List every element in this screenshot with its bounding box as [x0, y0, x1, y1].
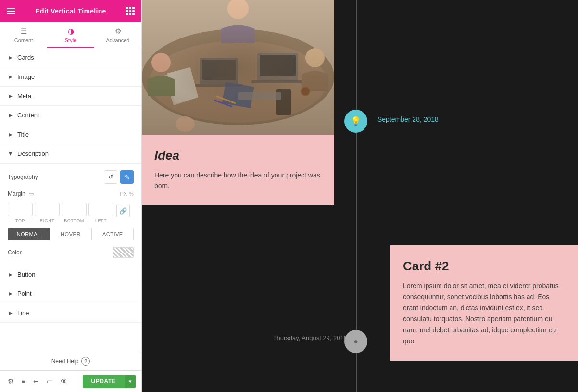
card2: Card #2 Lorem ipsum dolor sit amet, mea …: [390, 245, 578, 361]
sidebar-item-content[interactable]: ▶ Content: [0, 106, 141, 125]
cards-arrow-icon: ▶: [9, 55, 13, 60]
settings-icon[interactable]: ⚙: [6, 376, 16, 387]
state-normal-tab[interactable]: NORMAL: [8, 228, 50, 240]
svg-rect-10: [164, 68, 197, 105]
color-swatch[interactable]: [113, 247, 134, 258]
card1-title: Idea: [154, 148, 322, 163]
preview-icon[interactable]: 👁: [59, 376, 69, 387]
update-toolbar: ⚙ ≡ ↩ ▭ 👁 UPDATE ▾: [0, 370, 141, 392]
image-label: Image: [17, 73, 35, 80]
sidebar-item-point[interactable]: ▶ Point: [0, 284, 141, 303]
top-label: TOP: [8, 218, 33, 223]
state-hover-tab[interactable]: HOVER: [50, 228, 91, 240]
card2-title: Card #2: [403, 259, 565, 274]
sidebar-item-title[interactable]: ▶ Title: [0, 125, 141, 144]
content-arrow-icon: ▶: [9, 113, 13, 118]
update-button[interactable]: UPDATE: [83, 375, 125, 388]
tabs-bar: ☰ Content ◑ Style ⚙ Advanced: [0, 22, 141, 48]
margin-top-input[interactable]: [8, 203, 33, 216]
svg-line-21: [214, 100, 232, 107]
svg-rect-11: [222, 82, 254, 108]
typography-refresh-button[interactable]: ↺: [104, 170, 117, 184]
sidebar-item-button[interactable]: ▶ Button: [0, 265, 141, 284]
image-arrow-icon: ▶: [9, 74, 13, 79]
advanced-tab-icon: ⚙: [115, 27, 121, 36]
date-label1: September 28, 2018: [377, 115, 439, 123]
typography-row: Typography ↺ ✎: [8, 170, 134, 184]
tab-advanced[interactable]: ⚙ Advanced: [94, 22, 141, 48]
tab-style[interactable]: ◑ Style: [47, 22, 94, 48]
cards-label: Cards: [17, 54, 34, 61]
date-label2: Thursday, August 29, 2018: [273, 334, 347, 341]
toolbar-icons: ⚙ ≡ ↩ ▭ 👁: [6, 376, 69, 387]
margin-inputs-wrapper: 🔗: [8, 203, 134, 218]
svg-rect-18: [276, 89, 291, 115]
card1-image: [142, 0, 334, 135]
responsive-icon[interactable]: ▭: [45, 376, 55, 387]
margin-left-input[interactable]: [88, 203, 113, 216]
need-help-label: Need Help: [51, 358, 79, 365]
right-label: RIGHT: [35, 218, 60, 223]
grid-icon[interactable]: [126, 7, 135, 15]
point2-icon: ●: [353, 337, 358, 346]
top-bar: Edit Vertical Timeline: [0, 0, 141, 22]
typography-edit-button[interactable]: ✎: [120, 170, 134, 184]
description-label: Description: [17, 150, 49, 157]
color-row: Color: [8, 247, 134, 258]
svg-point-13: [151, 53, 171, 72]
sidebar-content: ▶ Cards ▶ Image ▶ Meta ▶ Content ▶ Title…: [0, 48, 141, 352]
typography-controls: ↺ ✎: [104, 170, 134, 184]
need-help-link[interactable]: Need Help ?: [51, 357, 90, 366]
svg-rect-4: [202, 60, 236, 80]
card1-content: Idea Here you can describe how the idea …: [142, 135, 334, 205]
style-tab-icon: ◑: [68, 27, 74, 36]
description-section: ▶ Description Typography ↺ ✎ Margin ▭: [0, 144, 141, 265]
svg-point-14: [305, 48, 325, 67]
point1-icon: 💡: [351, 116, 361, 126]
svg-rect-5: [195, 84, 243, 87]
left-label: LEFT: [88, 218, 113, 223]
sidebar-item-meta[interactable]: ▶ Meta: [0, 87, 141, 106]
point-arrow-icon: ▶: [9, 291, 13, 296]
layers-icon[interactable]: ≡: [20, 376, 27, 387]
svg-rect-3: [200, 58, 238, 84]
hamburger-icon[interactable]: [7, 8, 15, 14]
monitor-icon: ▭: [28, 190, 34, 197]
meeting-photo: [142, 0, 334, 135]
meta-label: Meta: [17, 92, 31, 100]
tab-style-label: Style: [65, 38, 76, 43]
typography-label: Typography: [8, 174, 104, 180]
margin-right-input[interactable]: [35, 203, 60, 216]
card2-text: Lorem ipsum dolor sit amet, mea ei vider…: [403, 280, 565, 347]
margin-bottom-input[interactable]: [62, 203, 87, 216]
history-icon[interactable]: ↩: [31, 376, 41, 387]
update-dropdown-button[interactable]: ▾: [125, 375, 136, 388]
bottom-label: BOTTOM: [62, 218, 87, 223]
preview-panel: Idea Here you can describe how the idea …: [142, 0, 578, 392]
help-circle-icon: ?: [81, 357, 90, 366]
margin-input-labels: TOP RIGHT BOTTOM LEFT: [8, 218, 134, 223]
sidebar-item-cards[interactable]: ▶ Cards: [0, 48, 141, 67]
sidebar-item-description[interactable]: ▶ Description: [0, 144, 141, 164]
panel-title: Edit Vertical Timeline: [35, 7, 106, 15]
card1-text: Here you can describe how the idea of yo…: [154, 170, 322, 191]
sidebar-item-line[interactable]: ▶ Line: [0, 303, 141, 323]
content-tab-icon: ☰: [21, 27, 27, 36]
meta-arrow-icon: ▶: [9, 93, 13, 99]
line-arrow-icon: ▶: [9, 310, 13, 316]
svg-point-17: [302, 88, 309, 95]
margin-link-button[interactable]: 🔗: [116, 204, 130, 217]
line-label: Line: [17, 309, 29, 316]
description-body: Typography ↺ ✎ Margin ▭ PX %: [0, 164, 141, 265]
tab-advanced-label: Advanced: [106, 38, 130, 43]
svg-line-20: [216, 96, 236, 103]
button-arrow-icon: ▶: [9, 272, 13, 277]
update-btn-group: UPDATE ▾: [83, 375, 136, 388]
svg-rect-19: [238, 92, 281, 100]
svg-point-12: [227, 0, 249, 19]
svg-rect-8: [251, 80, 303, 83]
state-active-tab[interactable]: ACTIVE: [92, 228, 134, 240]
tab-content[interactable]: ☰ Content: [0, 22, 47, 48]
sidebar-item-image[interactable]: ▶ Image: [0, 67, 141, 87]
need-help-bar[interactable]: Need Help ?: [0, 352, 141, 370]
